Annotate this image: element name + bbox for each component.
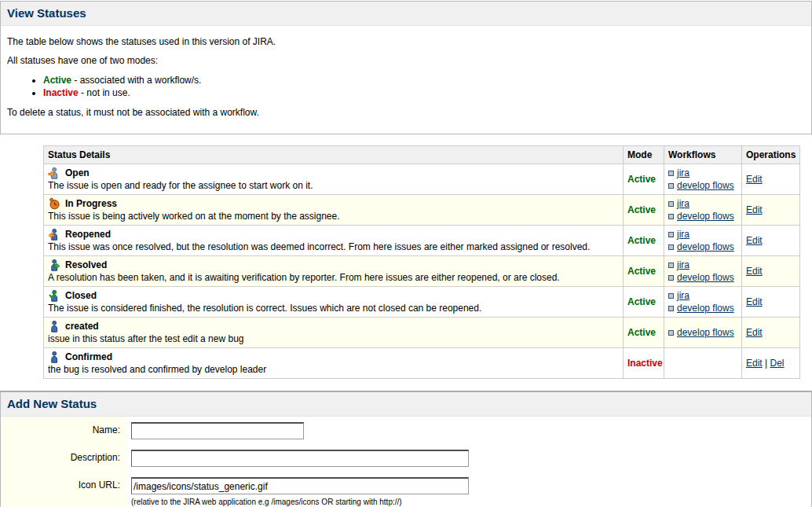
square-bullet-icon: [668, 183, 674, 189]
edit-operation-link[interactable]: Edit: [746, 204, 763, 215]
mode-item-inactive: Inactive - not in use.: [43, 87, 805, 98]
workflows-cell: jiradevelop flows: [664, 256, 742, 287]
mode-cell: Active: [624, 287, 664, 318]
edit-operation-link[interactable]: Edit: [746, 266, 763, 277]
name-input[interactable]: [131, 422, 304, 439]
mode-cell: Active: [624, 256, 664, 287]
description-input[interactable]: [131, 450, 469, 467]
status-mode: Active: [627, 266, 656, 277]
square-bullet-icon: [668, 306, 674, 311]
col-header-mode: Mode: [624, 146, 664, 164]
operations-cell: Edit: [742, 256, 800, 287]
status-details-cell: Confirmedthe bug is resolved and confirm…: [44, 348, 624, 379]
edit-operation-link[interactable]: Edit: [746, 235, 763, 246]
intro-line-2: All statuses have one of two modes:: [7, 55, 805, 66]
status-mode: Inactive: [627, 358, 663, 369]
workflow-link[interactable]: jira: [677, 229, 689, 240]
operations-cell: Edit: [742, 226, 800, 256]
add-status-form: Name: Description: Icon URL: (relative t…: [1, 417, 811, 507]
workflows-cell: jiradevelop flows: [664, 195, 742, 226]
square-bullet-icon: [668, 275, 674, 281]
workflow-link[interactable]: develop flows: [677, 241, 734, 252]
col-header-workflows: Workflows: [664, 146, 742, 164]
status-generic-icon: [48, 351, 60, 363]
table-row: createdissue in this status after the te…: [44, 318, 800, 348]
view-statuses-header: View Statuses: [1, 2, 811, 26]
operations-cell: Edit: [742, 164, 800, 195]
icon-url-input[interactable]: [131, 477, 469, 494]
status-name: Open: [48, 167, 619, 180]
workflow-link[interactable]: develop flows: [677, 211, 734, 222]
status-details-cell: ResolvedA resolution has been taken, and…: [44, 256, 624, 287]
inactive-desc: - not in use.: [79, 87, 130, 98]
workflow-link[interactable]: jira: [677, 167, 689, 178]
status-mode: Active: [627, 327, 656, 338]
table-row: In ProgressThis issue is being actively …: [44, 195, 800, 226]
status-description: This issue was once resolved, but the re…: [48, 241, 619, 253]
square-bullet-icon: [668, 232, 674, 237]
status-mode: Active: [627, 204, 656, 215]
workflow-link[interactable]: jira: [677, 198, 689, 209]
status-name: Closed: [48, 289, 619, 303]
status-closed-icon: [48, 289, 60, 302]
status-description: the bug is resolved and confirmed by dev…: [48, 364, 619, 376]
status-table-wrap: Status Details Mode Workflows Operations…: [43, 145, 799, 379]
mode-cell: Active: [624, 195, 664, 226]
form-title: Add New Status: [7, 397, 805, 410]
table-row: OpenThe issue is open and ready for the …: [44, 164, 800, 195]
status-details-cell: In ProgressThis issue is being actively …: [44, 195, 624, 226]
workflow-link[interactable]: develop flows: [677, 327, 734, 338]
name-row: Name:: [1, 417, 811, 444]
workflow-link[interactable]: jira: [677, 290, 689, 301]
status-open-icon: [48, 167, 60, 179]
icon-url-row: Icon URL: (relative to the JIRA web appl…: [1, 472, 811, 507]
col-header-status-details: Status Details: [44, 146, 624, 164]
table-row: ResolvedA resolution has been taken, and…: [44, 256, 800, 287]
edit-operation-link[interactable]: Edit: [746, 358, 763, 369]
table-header-row: Status Details Mode Workflows Operations: [44, 146, 800, 164]
status-name: Confirmed: [48, 351, 619, 364]
status-reopened-icon: [48, 228, 60, 241]
status-details-cell: OpenThe issue is open and ready for the …: [44, 164, 624, 195]
mode-item-active: Active - associated with a workflow/s.: [43, 75, 805, 86]
workflow-link[interactable]: develop flows: [677, 272, 734, 283]
status-table-body: OpenThe issue is open and ready for the …: [44, 164, 800, 379]
edit-operation-link[interactable]: Edit: [746, 327, 763, 338]
icon-url-label: Icon URL:: [1, 472, 126, 507]
view-statuses-panel: View Statuses The table below shows the …: [0, 1, 812, 134]
del-operation-link[interactable]: Del: [770, 358, 784, 369]
status-generic-icon: [48, 320, 60, 332]
workflows-cell: jiradevelop flows: [664, 287, 742, 318]
icon-url-hint: (relative to the JIRA web application e.…: [131, 498, 469, 506]
mode-cell: Active: [624, 318, 664, 348]
add-new-status-panel: Add New Status Name: Description: Icon U…: [0, 391, 812, 507]
workflow-link[interactable]: develop flows: [677, 180, 734, 191]
status-mode: Active: [627, 296, 656, 307]
status-name: Reopened: [48, 228, 619, 241]
intro-line-1: The table below shows the statuses used …: [7, 36, 805, 47]
status-name: Resolved: [48, 259, 619, 272]
mode-list: Active - associated with a workflow/s. I…: [7, 75, 805, 98]
workflow-link[interactable]: jira: [677, 259, 689, 270]
col-header-operations: Operations: [742, 146, 800, 164]
workflows-cell: jiradevelop flows: [664, 164, 742, 195]
status-inprogress-icon: [48, 197, 60, 210]
status-description: This issue is being actively worked on a…: [48, 211, 619, 222]
description-label: Description:: [1, 444, 126, 472]
status-resolved-icon: [48, 259, 60, 271]
name-label: Name:: [1, 417, 126, 444]
operations-cell: Edit: [742, 287, 800, 318]
edit-operation-link[interactable]: Edit: [746, 174, 763, 185]
active-desc: - associated with a workflow/s.: [71, 75, 201, 86]
workflow-link[interactable]: develop flows: [677, 303, 734, 314]
operations-cell: Edit | Del: [742, 348, 800, 379]
status-mode: Active: [627, 235, 656, 246]
intro-line-3: To delete a status, it must not be assoc…: [7, 107, 805, 118]
mode-cell: Active: [624, 226, 664, 256]
status-description: issue in this status after the test edit…: [48, 333, 619, 345]
intro-text: The table below shows the statuses used …: [1, 26, 811, 134]
status-details-cell: createdissue in this status after the te…: [44, 318, 624, 348]
edit-operation-link[interactable]: Edit: [746, 296, 763, 307]
square-bullet-icon: [668, 214, 674, 219]
square-bullet-icon: [668, 293, 674, 299]
